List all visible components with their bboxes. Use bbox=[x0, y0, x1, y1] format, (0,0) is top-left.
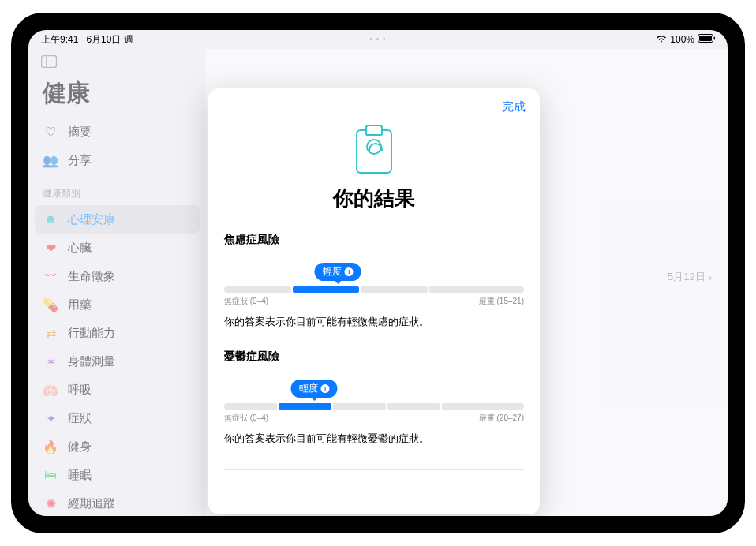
sidebar-item-summary[interactable]: ♡ 摘要 bbox=[28, 118, 206, 146]
sidebar-item-label: 心理安康 bbox=[68, 212, 115, 227]
sidebar-item-label: 健身 bbox=[68, 439, 92, 454]
anxiety-scale-labels: 無症狀 (0–4) 嚴重 (15–21) bbox=[224, 296, 524, 307]
device-frame: 上午9:41 6月10日 週一 • • • 100% bbox=[11, 13, 745, 533]
mobility-icon: ⇄ bbox=[43, 325, 58, 341]
anxiety-low-label: 無症狀 (0–4) bbox=[224, 296, 268, 307]
depression-badge[interactable]: 輕度 i bbox=[291, 380, 338, 398]
symptoms-icon: ✦ bbox=[43, 410, 58, 426]
sidebar-item-symptoms[interactable]: ✦ 症狀 bbox=[28, 404, 206, 432]
info-icon: i bbox=[345, 267, 354, 276]
multitask-grabber-icon[interactable]: • • • bbox=[369, 35, 386, 43]
sidebar-item-label: 呼吸 bbox=[68, 383, 92, 398]
app-title: 健康 bbox=[28, 77, 206, 118]
depression-badge-wrap: 輕度 i bbox=[224, 380, 524, 398]
heart-outline-icon: ♡ bbox=[43, 124, 58, 140]
body-icon: ✶ bbox=[43, 353, 58, 369]
vitals-icon: 〰 bbox=[43, 268, 58, 284]
anxiety-description: 你的答案表示你目前可能有輕微焦慮的症狀。 bbox=[224, 315, 524, 329]
sidebar-item-vitals[interactable]: 〰 生命徵象 bbox=[28, 262, 206, 290]
depression-seg-none bbox=[224, 403, 277, 410]
anxiety-badge-wrap: 輕度 i bbox=[224, 263, 524, 282]
sidebar-item-heart[interactable]: ❤︎ 心臟 bbox=[28, 234, 206, 262]
brain-icon: ☻ bbox=[43, 211, 58, 227]
status-time: 上午9:41 bbox=[41, 34, 78, 45]
anxiety-high-label: 嚴重 (15–21) bbox=[479, 296, 524, 307]
depression-description: 你的答案表示你目前可能有輕微憂鬱的症狀。 bbox=[224, 432, 524, 446]
chevron-right-icon: › bbox=[709, 271, 712, 283]
depression-scale-labels: 無症狀 (0–4) 嚴重 (20–27) bbox=[224, 413, 524, 424]
sidebar-item-mobility[interactable]: ⇄ 行動能力 bbox=[28, 319, 206, 347]
anxiety-badge[interactable]: 輕度 i bbox=[315, 263, 361, 281]
sidebar: 健康 ♡ 摘要 👥 分享 健康類別 ☻ 心理安康 ❤︎ 心臟 bbox=[28, 49, 206, 516]
sidebar-item-label: 行動能力 bbox=[68, 326, 115, 341]
depression-badge-label: 輕度 bbox=[299, 382, 318, 395]
depression-seg-severe bbox=[442, 403, 524, 410]
content-area: 健康 ♡ 摘要 👥 分享 健康類別 ☻ 心理安康 ❤︎ 心臟 bbox=[28, 49, 728, 516]
battery-percent: 100% bbox=[670, 34, 694, 45]
date-label: 5月12日 bbox=[668, 270, 705, 284]
anxiety-title: 焦慮症風險 bbox=[224, 233, 524, 247]
info-icon: i bbox=[321, 384, 330, 393]
svg-rect-1 bbox=[699, 36, 712, 41]
screen: 上午9:41 6月10日 週一 • • • 100% bbox=[28, 30, 728, 516]
sidebar-item-label: 心臟 bbox=[68, 241, 92, 256]
modal-title: 你的結果 bbox=[224, 185, 524, 212]
clipboard-brain-icon bbox=[356, 129, 392, 174]
depression-section: 憂鬱症風險 輕度 i 無症狀 bbox=[224, 350, 524, 446]
depression-seg-moderate bbox=[333, 403, 386, 410]
cycle-icon: ✺ bbox=[43, 496, 58, 511]
sidebar-item-medication[interactable]: 💊 用藥 bbox=[28, 290, 206, 319]
done-button[interactable]: 完成 bbox=[502, 99, 526, 114]
svg-rect-2 bbox=[714, 37, 716, 40]
bed-icon: 🛏 bbox=[43, 467, 58, 483]
sidebar-item-label: 摘要 bbox=[68, 125, 92, 140]
anxiety-seg-none bbox=[224, 286, 291, 293]
depression-title: 憂鬱症風險 bbox=[224, 350, 524, 364]
sidebar-item-label: 睡眠 bbox=[68, 468, 92, 483]
sidebar-item-sharing[interactable]: 👥 分享 bbox=[28, 146, 206, 174]
date-row[interactable]: 5月12日 › bbox=[668, 270, 712, 284]
flame-icon: 🔥 bbox=[43, 439, 58, 454]
sidebar-item-label: 生命徵象 bbox=[68, 269, 115, 284]
anxiety-badge-label: 輕度 bbox=[323, 265, 342, 279]
lungs-icon: 🫁 bbox=[43, 382, 58, 398]
sidebar-item-label: 症狀 bbox=[68, 411, 92, 426]
status-left: 上午9:41 6月10日 週一 bbox=[41, 33, 143, 47]
status-date: 6月10日 週一 bbox=[86, 34, 142, 45]
results-modal: 完成 你的結果 焦慮症風險 輕度 i bbox=[208, 88, 540, 514]
sidebar-item-fitness[interactable]: 🔥 健身 bbox=[28, 432, 206, 461]
sidebar-item-label: 用藥 bbox=[68, 297, 92, 312]
status-bar: 上午9:41 6月10日 週一 • • • 100% bbox=[28, 30, 728, 49]
sidebar-item-body[interactable]: ✶ 身體測量 bbox=[28, 347, 206, 376]
sidebar-toggle-icon[interactable] bbox=[28, 55, 206, 77]
depression-seg-mild bbox=[279, 403, 331, 410]
sidebar-item-cycle[interactable]: ✺ 經期追蹤 bbox=[28, 489, 206, 516]
depression-track bbox=[224, 403, 524, 410]
sidebar-item-sleep[interactable]: 🛏 睡眠 bbox=[28, 461, 206, 489]
anxiety-seg-moderate bbox=[361, 286, 428, 293]
depression-seg-modsevere bbox=[387, 403, 440, 410]
anxiety-seg-severe bbox=[429, 286, 524, 293]
heart-icon: ❤︎ bbox=[43, 240, 58, 256]
anxiety-seg-mild bbox=[293, 286, 360, 293]
status-right: 100% bbox=[656, 34, 715, 45]
pill-icon: 💊 bbox=[43, 297, 58, 312]
divider bbox=[224, 469, 524, 470]
sidebar-item-label: 經期追蹤 bbox=[68, 496, 115, 511]
sidebar-item-respiratory[interactable]: 🫁 呼吸 bbox=[28, 376, 206, 404]
wifi-icon bbox=[656, 34, 667, 45]
depression-high-label: 嚴重 (20–27) bbox=[479, 413, 524, 424]
modal-header: 你的結果 bbox=[224, 129, 524, 212]
depression-low-label: 無症狀 (0–4) bbox=[224, 413, 268, 424]
svg-rect-3 bbox=[42, 56, 57, 68]
sidebar-section-label: 健康類別 bbox=[28, 174, 206, 205]
sidebar-item-label: 分享 bbox=[68, 153, 92, 168]
anxiety-track bbox=[224, 286, 524, 293]
sidebar-item-mental[interactable]: ☻ 心理安康 bbox=[35, 205, 200, 234]
people-icon: 👥 bbox=[43, 152, 58, 168]
battery-icon bbox=[698, 34, 715, 45]
sidebar-item-label: 身體測量 bbox=[68, 354, 115, 369]
anxiety-section: 焦慮症風險 輕度 i 無症狀 (0–4) bbox=[224, 233, 524, 329]
